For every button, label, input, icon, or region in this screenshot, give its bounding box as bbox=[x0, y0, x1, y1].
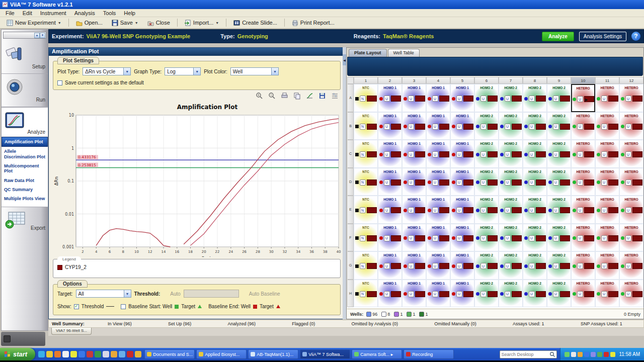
well-E1[interactable]: NTCN bbox=[354, 196, 378, 224]
help-icon[interactable]: ? bbox=[631, 32, 640, 41]
well-E10[interactable]: HETEROU bbox=[571, 196, 595, 224]
volume-icon[interactable] bbox=[571, 352, 576, 357]
well-D11[interactable]: HETEROU bbox=[595, 168, 619, 196]
well-A5[interactable]: HOMO 1U bbox=[450, 84, 474, 112]
sidebar-item-run[interactable]: Run bbox=[2, 74, 48, 107]
sidebar-item-analyze[interactable]: Analyze bbox=[2, 108, 48, 137]
display-icon[interactable] bbox=[591, 352, 596, 357]
well-H9[interactable]: HOMO 2U bbox=[547, 280, 571, 308]
well-H5[interactable]: HOMO 1U bbox=[450, 280, 474, 308]
well-C4[interactable]: HOMO 1U bbox=[426, 140, 450, 168]
row-header-E[interactable]: E bbox=[347, 196, 354, 224]
clock-sync-icon[interactable] bbox=[610, 352, 615, 357]
well-A12[interactable]: HETEROU bbox=[619, 84, 643, 112]
graph-type-select[interactable]: Log ▼ bbox=[165, 67, 201, 75]
print-icon[interactable] bbox=[281, 92, 288, 100]
well-D2[interactable]: HOMO 1U bbox=[378, 168, 402, 196]
well-F6[interactable]: HOMO 2U bbox=[474, 224, 499, 252]
well-F1[interactable]: NTCN bbox=[354, 224, 378, 252]
well-C8[interactable]: HOMO 2U bbox=[523, 140, 547, 168]
well-E2[interactable]: HOMO 1U bbox=[378, 196, 402, 224]
well-H2[interactable]: HOMO 1U bbox=[378, 280, 402, 308]
well-H11[interactable]: HETEROU bbox=[595, 280, 619, 308]
well-F12[interactable]: HETEROU bbox=[619, 224, 643, 252]
browser-icon[interactable] bbox=[119, 351, 125, 357]
close-button[interactable]: Close bbox=[144, 18, 174, 28]
column-header-11[interactable]: 11 bbox=[595, 77, 619, 84]
plot-type-select[interactable]: ΔRn vs Cycle ▼ bbox=[83, 67, 131, 75]
well-F11[interactable]: HETEROU bbox=[595, 224, 619, 252]
column-header-10[interactable]: 10 bbox=[571, 77, 595, 84]
row-header-H[interactable]: H bbox=[347, 280, 354, 308]
well-A9[interactable]: HOMO 2U bbox=[547, 84, 571, 112]
well-B5[interactable]: HOMO 1U bbox=[450, 112, 474, 140]
well-F8[interactable]: HOMO 2U bbox=[523, 224, 547, 252]
amplification-chart[interactable]: Amplification Plot2468101214161820222426… bbox=[50, 100, 345, 257]
sidebar-link-amplification-plot[interactable]: Amplification Plot bbox=[2, 137, 48, 147]
row-header-A[interactable]: A bbox=[347, 84, 354, 112]
messenger-icon[interactable] bbox=[135, 351, 141, 357]
well-B10[interactable]: HETEROU bbox=[571, 112, 595, 140]
show-threshold-checkbox[interactable]: ✓ bbox=[74, 304, 79, 309]
column-header-6[interactable]: 6 bbox=[474, 77, 499, 84]
zoom-out-icon[interactable] bbox=[268, 92, 276, 100]
well-C5[interactable]: HOMO 1U bbox=[450, 140, 474, 168]
tab-plate-layout[interactable]: Plate Layout bbox=[349, 49, 387, 57]
column-header-12[interactable]: 12 bbox=[619, 77, 643, 84]
options-tab[interactable]: Options bbox=[57, 280, 88, 288]
menu-instrument[interactable]: Instrument bbox=[37, 10, 70, 17]
amplification-plot-svg[interactable]: Amplification Plot2468101214161820222426… bbox=[50, 100, 345, 257]
well-C7[interactable]: HOMO 2U bbox=[499, 140, 523, 168]
chevron-down-icon[interactable]: ▼ bbox=[123, 68, 130, 75]
sidebar-link-multicomponent-plot[interactable]: Multicomponent Plot bbox=[2, 161, 48, 176]
well-D9[interactable]: HOMO 2U bbox=[547, 168, 571, 196]
well-A10[interactable]: HETEROU➤ bbox=[571, 84, 595, 112]
well-H12[interactable]: HETEROU bbox=[619, 280, 643, 308]
well-F10[interactable]: HETEROU bbox=[571, 224, 595, 252]
well-F7[interactable]: HOMO 2U bbox=[499, 224, 523, 252]
sidebar-item-export[interactable]: Export bbox=[2, 207, 48, 235]
sidebar-link-allele-discrimination-plot[interactable]: Allele Discrimination Plot bbox=[2, 147, 48, 161]
well-B9[interactable]: HOMO 2U bbox=[547, 112, 571, 140]
well-B7[interactable]: HOMO 2U bbox=[499, 112, 523, 140]
well-A6[interactable]: HOMO 2U bbox=[474, 84, 499, 112]
row-header-F[interactable]: F bbox=[347, 224, 354, 252]
plot-properties-icon[interactable] bbox=[331, 92, 339, 100]
save-plot-icon[interactable] bbox=[318, 92, 326, 100]
well-H8[interactable]: HOMO 2U bbox=[523, 280, 547, 308]
target-select[interactable]: All ▼ bbox=[76, 290, 131, 298]
well-G4[interactable]: HOMO 1U bbox=[426, 251, 450, 280]
antivirus-icon[interactable] bbox=[578, 352, 583, 357]
collapse-panel-arrow-icon[interactable]: ◀ bbox=[343, 54, 346, 65]
column-header-4[interactable]: 4 bbox=[426, 77, 450, 84]
well-F9[interactable]: HOMO 2U bbox=[547, 224, 571, 252]
analyze-button[interactable]: Analyze bbox=[542, 32, 574, 41]
row-header-D[interactable]: D bbox=[347, 168, 354, 196]
show-baseline-checkbox[interactable] bbox=[121, 304, 126, 309]
well-C10[interactable]: HETEROU bbox=[571, 140, 595, 168]
well-A7[interactable]: HOMO 2U bbox=[499, 84, 523, 112]
well-E8[interactable]: HOMO 2U bbox=[523, 196, 547, 224]
well-G7[interactable]: HOMO 2U bbox=[499, 251, 523, 280]
dropdown-down-icon[interactable]: ▼ bbox=[40, 33, 45, 38]
notepad-icon[interactable] bbox=[103, 351, 109, 357]
well-C12[interactable]: HETEROU bbox=[619, 140, 643, 168]
well-D7[interactable]: HOMO 2U bbox=[499, 168, 523, 196]
row-header-C[interactable]: C bbox=[347, 140, 354, 168]
taskbar-window-viia-7-softwa[interactable]: ViiA™ 7 Softwa... bbox=[300, 349, 350, 359]
well-C9[interactable]: HOMO 2U bbox=[547, 140, 571, 168]
well-F3[interactable]: HOMO 1U bbox=[402, 224, 426, 252]
well-D3[interactable]: HOMO 1U bbox=[402, 168, 426, 196]
well-E9[interactable]: HOMO 2U bbox=[547, 196, 571, 224]
experiment-tab[interactable]: ViiA7 96-Well S... bbox=[51, 328, 92, 335]
well-G3[interactable]: HOMO 1U bbox=[402, 251, 426, 280]
well-A1[interactable]: NTCN bbox=[354, 84, 378, 112]
well-G1[interactable]: NTCN bbox=[354, 251, 378, 280]
start-button[interactable]: start bbox=[0, 348, 35, 360]
well-F2[interactable]: HOMO 1U bbox=[378, 224, 402, 252]
save-default-checkbox[interactable] bbox=[57, 80, 62, 85]
title-bar[interactable]: ViiA™ 7 Software v1.2.1 bbox=[0, 0, 644, 9]
well-G6[interactable]: HOMO 2U bbox=[474, 251, 499, 280]
well-F5[interactable]: HOMO 1U bbox=[450, 224, 474, 252]
taskbar-window-documents-and-s[interactable]: Documents and S... bbox=[144, 349, 195, 359]
